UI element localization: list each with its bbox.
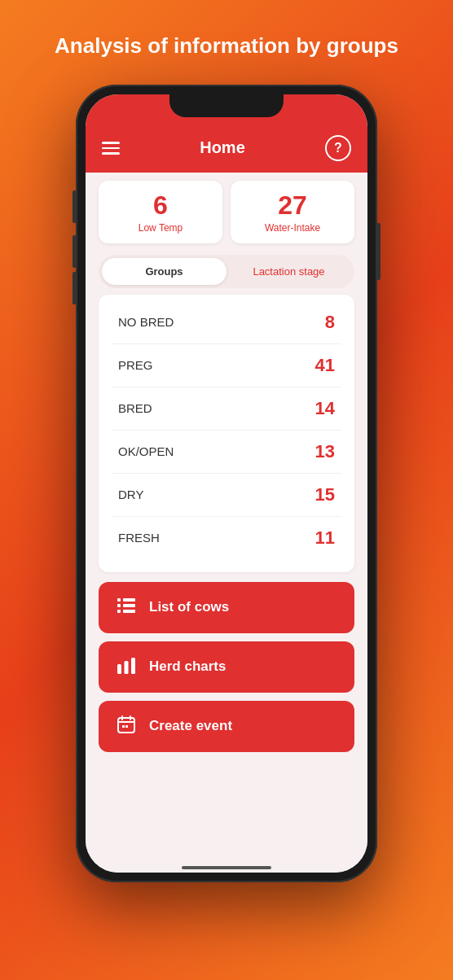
tab-switcher: Groups Lactation stage [99, 255, 354, 288]
calendar-icon [115, 715, 138, 737]
table-row[interactable]: OK/OPEN 13 [112, 431, 341, 474]
group-name: FRESH [118, 531, 160, 545]
group-count: 13 [315, 441, 335, 462]
herd-charts-button[interactable]: Herd charts [99, 641, 354, 693]
svg-rect-3 [123, 604, 135, 607]
header-title: Home [200, 138, 245, 157]
group-count: 8 [325, 312, 335, 333]
help-button[interactable]: ? [325, 135, 351, 161]
svg-rect-14 [125, 725, 128, 728]
svg-rect-2 [117, 604, 121, 607]
stat-label-low-temp: Low Temp [107, 222, 214, 234]
stats-row: 6 Low Temp 27 Water-Intake [86, 173, 367, 243]
list-icon [115, 597, 138, 619]
svg-rect-7 [125, 661, 129, 674]
group-count: 14 [315, 398, 335, 419]
group-name: OK/OPEN [118, 444, 174, 458]
stat-label-water-intake: Water-Intake [239, 222, 346, 234]
svg-rect-0 [117, 598, 121, 602]
table-row[interactable]: BRED 14 [112, 387, 341, 431]
group-count: 41 [315, 355, 335, 376]
tab-lactation-stage[interactable]: Lactation stage [226, 258, 351, 285]
phone-notch [169, 94, 284, 117]
stat-number-low-temp: 6 [107, 190, 214, 221]
group-name: BRED [118, 401, 152, 415]
create-event-button[interactable]: Create event [99, 701, 354, 752]
group-name: DRY [118, 488, 143, 501]
table-row[interactable]: FRESH 11 [112, 517, 341, 559]
svg-rect-4 [117, 610, 121, 613]
svg-rect-6 [117, 664, 121, 674]
svg-rect-13 [122, 725, 125, 728]
table-row[interactable]: NO BRED 8 [112, 301, 341, 344]
stat-number-water-intake: 27 [239, 190, 346, 221]
table-row[interactable]: PREG 41 [112, 344, 341, 387]
phone-screen: Home ? 6 Low Temp 27 Water-Intake Groups… [86, 94, 367, 873]
action-buttons: List of cows Herd charts [86, 572, 367, 768]
phone-frame: Home ? 6 Low Temp 27 Water-Intake Groups… [76, 85, 377, 882]
groups-list: NO BRED 8 PREG 41 BRED 14 OK/OPEN 13 DRY [99, 295, 354, 572]
scroll-content[interactable]: 6 Low Temp 27 Water-Intake Groups Lactat… [86, 173, 367, 873]
create-event-label: Create event [149, 718, 232, 734]
group-count: 11 [315, 527, 335, 549]
hamburger-menu-button[interactable] [102, 142, 120, 155]
herd-charts-label: Herd charts [149, 658, 226, 675]
list-of-cows-label: List of cows [149, 599, 229, 615]
table-row[interactable]: DRY 15 [112, 474, 341, 517]
svg-rect-1 [123, 598, 135, 602]
svg-rect-8 [131, 658, 135, 674]
home-indicator [182, 866, 271, 869]
page-bg-title: Analysis of information by groups [30, 0, 423, 85]
chart-icon [115, 656, 138, 678]
stat-card-low-temp[interactable]: 6 Low Temp [99, 181, 222, 243]
list-of-cows-button[interactable]: List of cows [99, 582, 354, 633]
group-count: 15 [315, 484, 335, 505]
group-name: NO BRED [118, 315, 174, 329]
group-name: PREG [118, 358, 153, 372]
tab-groups[interactable]: Groups [102, 258, 226, 285]
svg-rect-5 [123, 610, 135, 613]
stat-card-water-intake[interactable]: 27 Water-Intake [231, 181, 354, 243]
